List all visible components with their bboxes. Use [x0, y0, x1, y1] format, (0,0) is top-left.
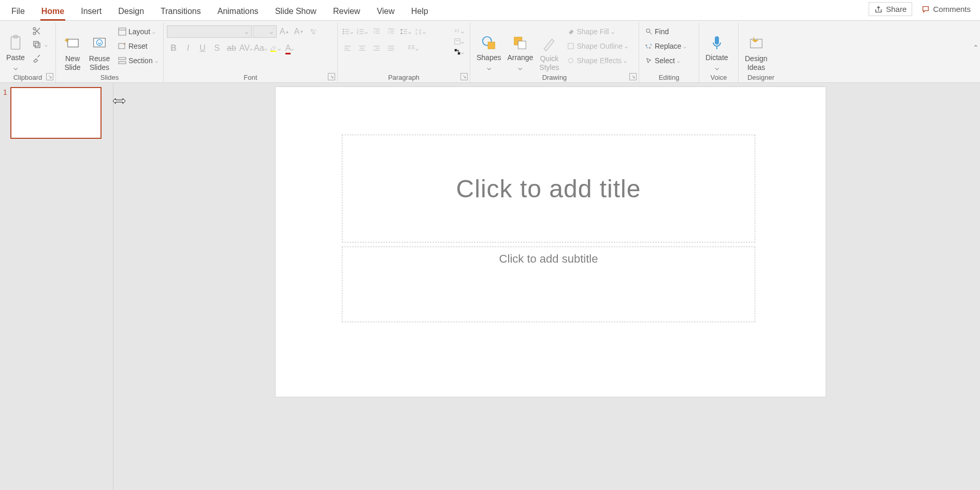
font-name-combo[interactable]: ⌵: [167, 25, 252, 38]
replace-button[interactable]: abReplace⌵: [642, 39, 689, 53]
slide[interactable]: Click to add title Click to add subtitle: [276, 87, 826, 397]
cut-button[interactable]: [30, 25, 44, 37]
italic-button[interactable]: I: [181, 42, 195, 54]
tab-design[interactable]: Design: [110, 3, 152, 20]
font-size-combo[interactable]: ⌵: [253, 25, 277, 38]
share-button[interactable]: Share: [869, 2, 912, 16]
bullets-button[interactable]: ⌵: [341, 25, 354, 38]
svg-text:II: II: [455, 29, 457, 33]
slide-thumbnail-1[interactable]: [10, 87, 102, 139]
shape-fill-button[interactable]: Shape Fill⌵: [564, 25, 631, 38]
format-painter-button[interactable]: [30, 52, 44, 64]
chevron-down-icon[interactable]: ⌵: [45, 42, 48, 48]
clipboard-launcher[interactable]: ↘: [46, 73, 53, 80]
font-launcher[interactable]: ↘: [328, 73, 335, 80]
slide-canvas-area[interactable]: Click to add title Click to add subtitle: [121, 83, 980, 490]
find-button[interactable]: Find: [642, 25, 689, 38]
dictate-button[interactable]: Dictate⌵: [702, 25, 731, 73]
layout-button[interactable]: Layout ⌵: [115, 25, 161, 38]
group-designer: Design Ideas Designer: [739, 23, 783, 82]
pane-splitter[interactable]: [113, 83, 121, 490]
shape-effects-button[interactable]: Shape Effects⌵: [564, 54, 631, 67]
replace-label: Replace: [655, 42, 681, 50]
text-direction-button[interactable]: II⌵: [452, 26, 466, 36]
decrease-font-button[interactable]: A▼: [292, 25, 306, 38]
new-slide-label: New Slide: [64, 54, 80, 72]
increase-font-button[interactable]: A▲: [278, 25, 291, 38]
tab-review[interactable]: Review: [325, 3, 368, 20]
reset-button[interactable]: Reset: [115, 39, 161, 53]
tab-file[interactable]: File: [3, 3, 33, 20]
ribbon: ⌃ Paste ⌵ ⌵ Clipboard ↘: [0, 21, 980, 83]
numbering-button[interactable]: 123⌵: [355, 25, 369, 38]
reuse-slides-icon: [90, 35, 109, 53]
svg-point-67: [646, 29, 650, 33]
paragraph-launcher[interactable]: ↘: [460, 73, 468, 80]
highlight-color-button[interactable]: ⌵: [268, 42, 282, 54]
svg-rect-64: [518, 41, 526, 49]
strikethrough-button[interactable]: ab: [225, 42, 238, 54]
search-icon: [645, 28, 653, 35]
convert-smartart-button[interactable]: ⌵: [452, 47, 466, 57]
tab-home[interactable]: Home: [33, 3, 73, 20]
font-color-button[interactable]: A ⌵: [283, 42, 296, 54]
align-left-button[interactable]: [341, 42, 354, 54]
eraser-icon: [309, 27, 318, 36]
section-button[interactable]: Section ⌵: [115, 54, 161, 67]
align-right-button[interactable]: [370, 42, 383, 54]
smartart-icon: [454, 48, 461, 55]
shape-outline-label: Shape Outline: [577, 42, 623, 50]
increase-indent-button[interactable]: [384, 25, 398, 38]
chevron-down-icon: ⌵: [152, 29, 155, 35]
text-direction-icon: II: [454, 27, 461, 35]
slide-thumbnail-pane[interactable]: 1: [0, 83, 113, 490]
reuse-slides-button[interactable]: Reuse Slides: [86, 25, 113, 73]
tab-help[interactable]: Help: [403, 3, 437, 20]
shapes-button[interactable]: Shapes⌵: [473, 25, 504, 73]
find-label: Find: [655, 27, 669, 36]
group-paragraph: ⌵ 123⌵ ⌵ AZ⌵ ⌵ II⌵ ⌵ ⌵: [338, 23, 470, 82]
select-button[interactable]: Select⌵: [642, 54, 689, 67]
comments-button[interactable]: Comments: [916, 2, 976, 16]
paste-button[interactable]: Paste ⌵: [3, 25, 28, 73]
group-label: Drawing: [470, 74, 639, 81]
bold-button[interactable]: B: [167, 42, 180, 54]
shape-outline-button[interactable]: Shape Outline⌵: [564, 39, 631, 53]
arrange-button[interactable]: Arrange⌵: [504, 25, 536, 73]
tab-animations[interactable]: Animations: [209, 3, 267, 20]
columns-button[interactable]: ⌵: [406, 42, 420, 54]
collapse-ribbon-button[interactable]: ⌃: [973, 44, 979, 52]
svg-point-15: [343, 29, 344, 30]
select-label: Select: [655, 56, 675, 65]
copy-icon: [32, 40, 41, 49]
drawing-launcher[interactable]: ↘: [629, 73, 637, 80]
ribbon-tabs: File Home Insert Design Transitions Anim…: [3, 3, 437, 20]
shadow-button[interactable]: S: [210, 42, 224, 54]
new-slide-button[interactable]: New Slide: [59, 25, 86, 73]
tab-slide-show[interactable]: Slide Show: [267, 3, 325, 20]
align-center-button[interactable]: [355, 42, 369, 54]
decrease-indent-button[interactable]: [370, 25, 383, 38]
design-ideas-button[interactable]: Design Ideas: [742, 25, 771, 73]
tab-insert[interactable]: Insert: [73, 3, 110, 20]
underline-button[interactable]: U: [196, 42, 209, 54]
group-label: Font: [164, 74, 337, 81]
group-drawing: Shapes⌵ Arrange⌵ Quick Styles Shape Fill…: [470, 23, 639, 82]
align-text-button[interactable]: ⌵: [452, 36, 466, 47]
copy-button[interactable]: [30, 38, 44, 51]
tab-view[interactable]: View: [368, 3, 402, 20]
line-spacing-icon: [400, 27, 408, 36]
title-placeholder[interactable]: Click to add title: [342, 135, 755, 242]
tab-transitions[interactable]: Transitions: [152, 3, 209, 20]
chevron-down-icon: ⌵: [518, 63, 522, 72]
quick-styles-button[interactable]: Quick Styles: [536, 25, 562, 73]
justify-icon: [387, 44, 395, 52]
justify-button[interactable]: [384, 42, 398, 54]
line-spacing-button[interactable]: ⌵: [399, 25, 412, 38]
change-case-button[interactable]: Aa⌵: [254, 42, 267, 54]
sort-button[interactable]: AZ⌵: [413, 25, 427, 38]
subtitle-placeholder[interactable]: Click to add subtitle: [342, 247, 755, 322]
character-spacing-button[interactable]: AV⌵: [239, 42, 253, 54]
chevron-down-icon: ⌵: [264, 46, 267, 51]
clear-formatting-button[interactable]: [307, 25, 320, 38]
